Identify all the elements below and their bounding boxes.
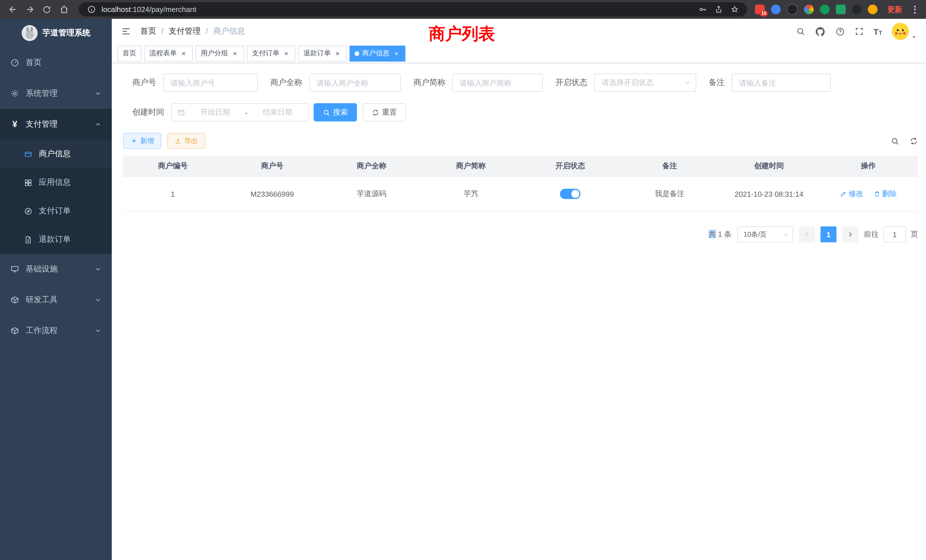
short-name-label: 商户简称 bbox=[413, 77, 445, 88]
tab-home[interactable]: 首页 bbox=[118, 45, 141, 61]
browser-update-button[interactable]: 更新 bbox=[887, 4, 902, 15]
export-button[interactable]: 导出 bbox=[167, 133, 205, 149]
sidebar-item-label: 应用信息 bbox=[39, 177, 71, 188]
profile-avatar-icon[interactable] bbox=[868, 5, 878, 14]
extension-icon[interactable] bbox=[836, 5, 846, 14]
cell-full-name: 芋道源码 bbox=[322, 177, 421, 211]
extension-icon[interactable]: 10 bbox=[755, 5, 765, 14]
github-icon[interactable] bbox=[814, 26, 825, 37]
chevron-down-icon bbox=[95, 297, 101, 303]
extension-icon[interactable] bbox=[771, 5, 781, 14]
sidebar-item-pay-order[interactable]: 支付订单 bbox=[0, 197, 112, 225]
extension-icon[interactable] bbox=[852, 5, 862, 14]
full-name-input[interactable] bbox=[309, 74, 401, 92]
prev-page-button[interactable] bbox=[799, 226, 815, 242]
payment-submenu: 商户信息 应用信息 支付订单 退款订单 bbox=[0, 140, 112, 254]
password-key-icon[interactable] bbox=[697, 4, 708, 15]
close-icon[interactable]: × bbox=[231, 49, 239, 57]
extensions-area: 10 更新 bbox=[755, 3, 920, 16]
merchant-no-input[interactable] bbox=[163, 74, 258, 92]
refresh-table-icon[interactable] bbox=[909, 136, 918, 145]
bookmark-star-icon[interactable] bbox=[729, 4, 740, 15]
cell-merchant-no: M233666999 bbox=[222, 177, 322, 211]
screen: localhost:1024/pay/merchant 10 更新 bbox=[0, 0, 926, 560]
search-button[interactable]: 搜索 bbox=[313, 103, 357, 121]
sidebar-item-merchant-info[interactable]: 商户信息 bbox=[0, 140, 112, 168]
chevron-down-icon bbox=[684, 79, 691, 86]
browser-back-button[interactable] bbox=[6, 3, 20, 16]
sidebar-item-label: 退款订单 bbox=[39, 235, 71, 245]
sidebar-item-refund-order[interactable]: 退款订单 bbox=[0, 225, 112, 254]
sidebar-item-home[interactable]: 首页 bbox=[0, 47, 112, 78]
sidebar-item-system[interactable]: 系统管理 bbox=[0, 78, 112, 109]
font-size-icon[interactable]: TT bbox=[873, 27, 882, 36]
merchant-no-label: 商户号 bbox=[132, 77, 156, 88]
breadcrumb-home[interactable]: 首页 bbox=[140, 26, 156, 36]
page-info-icon[interactable] bbox=[86, 4, 97, 15]
share-icon[interactable] bbox=[713, 4, 724, 15]
sidebar-item-app-info[interactable]: 应用信息 bbox=[0, 168, 112, 197]
reset-button[interactable]: 重置 bbox=[363, 103, 406, 121]
sidebar-item-label: 商户信息 bbox=[39, 149, 71, 159]
col-merchant-id: 商户编号 bbox=[123, 156, 222, 177]
sidebar-item-dev-tools[interactable]: 研发工具 bbox=[0, 285, 112, 315]
edit-link[interactable]: 修改 bbox=[840, 189, 863, 199]
download-icon bbox=[174, 138, 181, 144]
browser-forward-button[interactable] bbox=[23, 3, 36, 16]
add-button[interactable]: 新增 bbox=[123, 133, 161, 149]
close-icon[interactable]: × bbox=[180, 49, 188, 57]
tab-pay-order[interactable]: 支付订单× bbox=[247, 45, 295, 61]
search-icon[interactable] bbox=[796, 27, 805, 36]
extension-icon[interactable] bbox=[804, 5, 814, 14]
remark-label: 备注 bbox=[709, 77, 725, 88]
date-end-placeholder[interactable]: 结束日期 bbox=[252, 107, 303, 118]
active-dot bbox=[355, 51, 359, 56]
status-toggle[interactable] bbox=[560, 189, 581, 199]
status-select[interactable]: 请选择开启状态 bbox=[594, 74, 696, 92]
remark-input[interactable] bbox=[732, 74, 831, 92]
page-number-button[interactable]: 1 bbox=[820, 226, 837, 242]
delete-link[interactable]: 删除 bbox=[873, 189, 897, 199]
chevron-left-icon bbox=[803, 231, 810, 238]
breadcrumb-payment[interactable]: 支付管理 bbox=[156, 26, 201, 36]
goto-page-input[interactable] bbox=[883, 226, 906, 242]
sidebar-item-label: 支付管理 bbox=[26, 119, 57, 129]
fullscreen-icon[interactable] bbox=[855, 27, 864, 36]
tags-view-bar: 首页 流程表单× 用户分组× 支付订单× 退款订单× 商户信息× bbox=[112, 44, 926, 63]
user-menu[interactable] bbox=[892, 23, 917, 40]
sidebar-item-infra[interactable]: 基础设施 bbox=[0, 254, 112, 285]
extension-icon[interactable] bbox=[787, 4, 798, 15]
app-title: 芋道管理系统 bbox=[42, 28, 90, 38]
sidebar-item-payment[interactable]: ¥ 支付管理 bbox=[0, 109, 112, 140]
address-bar[interactable]: localhost:1024/pay/merchant bbox=[79, 2, 747, 17]
browser-home-button[interactable] bbox=[57, 3, 71, 16]
sidebar-fold-icon[interactable] bbox=[121, 26, 131, 36]
next-page-button[interactable] bbox=[842, 226, 858, 242]
close-icon[interactable]: × bbox=[392, 49, 400, 57]
logo-avatar-icon bbox=[21, 25, 37, 41]
top-navbar: 首页 支付管理 商户信息 TT bbox=[112, 19, 926, 44]
sidebar-item-label: 研发工具 bbox=[26, 295, 57, 305]
browser-menu-icon[interactable] bbox=[911, 3, 919, 16]
date-start-placeholder[interactable]: 开始日期 bbox=[190, 107, 241, 118]
close-icon[interactable]: × bbox=[334, 49, 342, 57]
help-icon[interactable] bbox=[835, 27, 845, 36]
tab-user-group[interactable]: 用户分组× bbox=[195, 45, 244, 61]
tab-merchant-info[interactable]: 商户信息× bbox=[350, 45, 406, 61]
col-full-name: 商户全称 bbox=[322, 156, 421, 177]
extension-icon[interactable] bbox=[820, 5, 830, 14]
tab-refund-order[interactable]: 退款订单× bbox=[298, 45, 346, 61]
caret-down-icon bbox=[911, 34, 917, 40]
main-area: 商户列表 首页 支付管理 商户信息 bbox=[112, 19, 926, 560]
sidebar-item-workflow[interactable]: 工作流程 bbox=[0, 315, 112, 346]
short-name-input[interactable] bbox=[452, 74, 543, 92]
create-time-range-picker[interactable]: 开始日期 - 结束日期 bbox=[171, 103, 309, 121]
browser-reload-button[interactable] bbox=[40, 3, 54, 16]
chevron-down-icon bbox=[95, 90, 101, 97]
tab-process-form[interactable]: 流程表单× bbox=[144, 45, 193, 61]
app-logo[interactable]: 芋道管理系统 bbox=[0, 19, 112, 47]
page-size-select[interactable]: 10条/页 bbox=[737, 226, 793, 242]
toggle-search-icon[interactable] bbox=[891, 136, 899, 145]
close-icon[interactable]: × bbox=[282, 49, 290, 57]
breadcrumb: 首页 支付管理 商户信息 bbox=[140, 26, 245, 36]
